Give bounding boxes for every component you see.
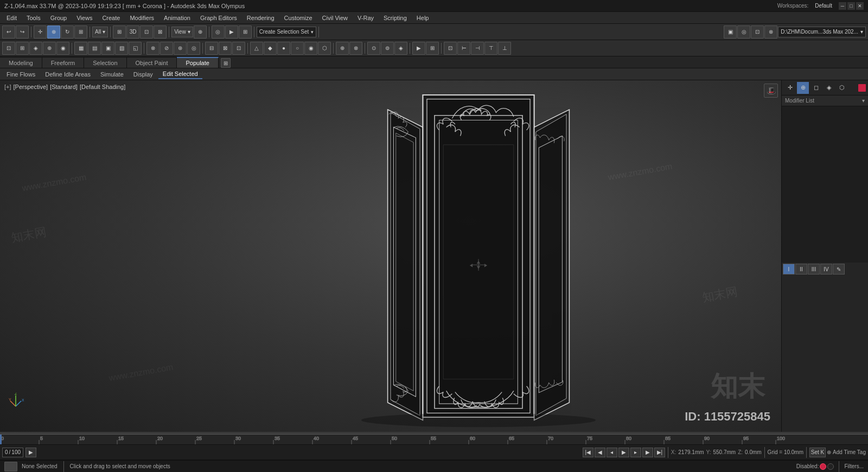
tb2-btn-2[interactable]: ⊞ [16,42,29,55]
path-display[interactable]: D:\ZHM\Docum...3ds Max 202... ▾ [778,27,866,37]
select-btn[interactable]: ✛ [34,25,47,39]
tb2-btn-34[interactable]: ⊤ [484,42,497,55]
mod-tab-3[interactable]: III [808,264,820,275]
modifier-list-area[interactable] [782,106,868,263]
goto-start-btn[interactable]: |◀ [583,448,593,457]
menu-civil-view[interactable]: Civil View [318,14,352,22]
menu-group[interactable]: Group [46,14,72,22]
tb2-btn-16[interactable]: ⊠ [219,42,232,55]
tb2-btn-18[interactable]: △ [250,42,263,55]
mod-tab-1[interactable]: I [783,264,795,275]
close-btn[interactable]: ✕ [856,2,864,10]
tb2-btn-23[interactable]: ⬡ [318,42,331,55]
menu-help[interactable]: Help [412,14,433,22]
mod-tab-4[interactable]: IV [820,264,832,275]
select-rotate-btn[interactable]: ↻ [61,25,74,39]
rp-move-btn[interactable]: ⊕ [797,82,809,94]
xview-btn[interactable]: ⊗ [764,25,777,39]
set-key-btn[interactable]: Set K [809,448,826,457]
mod-tab-edit[interactable]: ✎ [833,264,845,275]
goto-end-btn[interactable]: ▶| [654,448,665,457]
subtab-define-idle[interactable]: Define Idle Areas [41,70,95,79]
tb2-btn-32[interactable]: ⊢ [457,42,470,55]
rp-orbit-btn[interactable]: ◻ [810,82,822,94]
tab-selection[interactable]: Selection [84,57,126,68]
tb2-btn-31[interactable]: ⊡ [444,42,457,55]
create-selection-set-btn[interactable]: Create Selection Set ▾ [257,27,317,37]
filter-dropdown[interactable]: All ▾ [92,27,108,37]
tb2-btn-28[interactable]: ◈ [394,42,407,55]
tb2-btn-29[interactable]: ▶ [412,42,425,55]
viewport[interactable]: [+] [Perspective] [Standard] [Default Sh… [0,80,781,432]
mod-tab-2[interactable]: II [795,264,807,275]
quick-render-btn[interactable]: ▶ [225,25,238,39]
rp-accent-btn[interactable] [858,84,866,92]
tab-populate[interactable]: Populate [177,57,218,68]
tb2-btn-11[interactable]: ⊗ [146,42,159,55]
window-controls[interactable]: ─ □ ✕ [839,2,864,10]
play-btn[interactable]: ▶ [618,448,629,457]
frame-counter[interactable]: 0 / 100 [2,448,23,457]
tab-object-paint[interactable]: Object Paint [127,57,177,68]
tb2-btn-33[interactable]: ⊣ [471,42,484,55]
viewport-config-btn[interactable]: ⊡ [751,25,764,39]
tb2-btn-1[interactable]: ⊡ [2,42,15,55]
tb2-btn-13[interactable]: ⊛ [174,42,187,55]
minimize-btn[interactable]: ─ [839,2,846,10]
tb2-btn-17[interactable]: ⊡ [232,42,245,55]
tb2-btn-14[interactable]: ◎ [187,42,200,55]
tb2-btn-6[interactable]: ▦ [74,42,87,55]
tb2-btn-24[interactable]: ⊕ [336,42,349,55]
tab-modeling[interactable]: Modeling [0,57,42,68]
mirror-btn[interactable]: ⊡ [140,25,153,39]
tb2-btn-21[interactable]: ○ [291,42,304,55]
select-scale-btn[interactable]: ⊞ [74,25,87,39]
render-frame-btn[interactable]: ⊞ [239,25,252,39]
layers-btn[interactable]: ▣ [724,25,737,39]
viewport-shading[interactable]: [Default Shading] [80,84,125,90]
tb2-btn-5[interactable]: ◉ [56,42,69,55]
menu-tools[interactable]: Tools [22,14,45,22]
viewport-plus[interactable]: [+] [4,84,11,90]
viewport-hat-btn[interactable]: 🎩 [764,84,778,98]
menu-rendering[interactable]: Rendering [242,14,279,22]
tb2-btn-30[interactable]: ⊞ [426,42,439,55]
scene-states-btn[interactable]: ◎ [737,25,750,39]
select-move-btn[interactable]: ⊕ [47,25,60,39]
subtab-edit-selected[interactable]: Edit Selected [158,69,202,79]
tb2-btn-4[interactable]: ⊕ [43,42,56,55]
redo-btn[interactable]: ↪ [16,25,29,39]
tb2-btn-25[interactable]: ⊗ [349,42,362,55]
menu-graph-editors[interactable]: Graph Editors [196,14,241,22]
render-setup-btn[interactable]: ◎ [212,25,225,39]
tb2-btn-26[interactable]: ⊙ [367,42,380,55]
tab-add-btn[interactable]: ⊞ [221,58,231,68]
menu-customize[interactable]: Customize [280,14,317,22]
tb2-btn-27[interactable]: ⊚ [381,42,394,55]
tb2-btn-35[interactable]: ⊥ [498,42,511,55]
prev-frame-btn[interactable]: ◀ [595,448,605,457]
undo-btn[interactable]: ↩ [2,25,15,39]
rp-pan-btn[interactable]: ⬡ [836,82,848,94]
snap-toggle-btn[interactable]: ⊞ [113,25,126,39]
menu-scripting[interactable]: Scripting [379,14,411,22]
viewport-standard[interactable]: [Standard] [50,84,78,90]
rp-zoom-btn[interactable]: ◈ [823,82,835,94]
align-btn[interactable]: ⊠ [154,25,167,39]
tb2-btn-20[interactable]: ● [277,42,290,55]
tb2-btn-3[interactable]: ◈ [29,42,42,55]
filters-label[interactable]: Filters... [844,463,864,469]
prev-key-btn[interactable]: ◂ [607,448,617,457]
snap-3d-btn[interactable]: 3D [126,25,139,39]
rp-pin-btn[interactable]: ✛ [784,82,796,94]
subtab-display[interactable]: Display [129,70,157,79]
next-key-btn[interactable]: ▸ [630,448,641,457]
modifier-list-dropdown[interactable]: ▾ [862,98,865,104]
tb2-btn-15[interactable]: ⊟ [205,42,218,55]
viewport-perspective[interactable]: [Perspective] [14,84,48,90]
tb2-btn-7[interactable]: ▤ [88,42,101,55]
frame-advance-btn[interactable]: ▶ [25,448,36,457]
tb2-btn-9[interactable]: ▧ [115,42,128,55]
tb2-btn-19[interactable]: ◆ [264,42,277,55]
time-ruler[interactable]: 0 5 10 15 20 25 30 35 40 45 50 [0,434,868,445]
